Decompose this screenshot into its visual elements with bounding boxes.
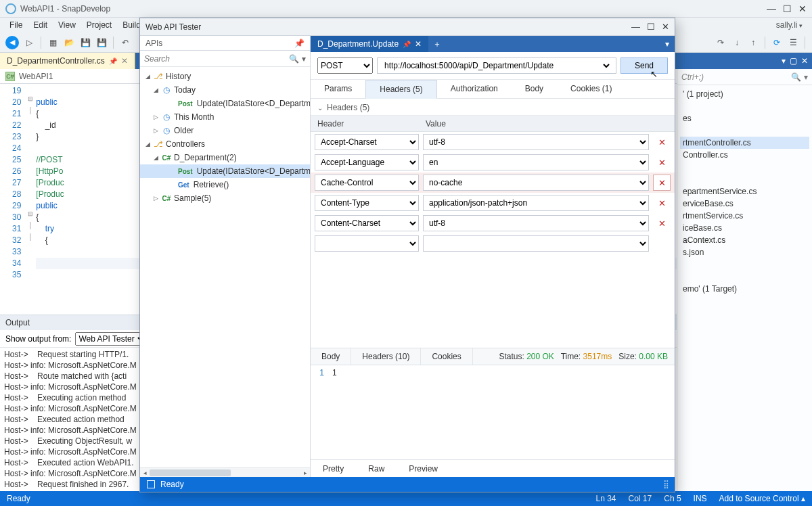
tree-sample[interactable]: ▷C#Sample(5) [140, 191, 310, 205]
solution-item[interactable] [680, 161, 809, 173]
apis-search-input[interactable] [144, 54, 289, 64]
header-value-select[interactable] [423, 235, 649, 252]
tab-headers[interactable]: Headers (5) [365, 80, 436, 99]
solution-item[interactable]: aContext.cs [680, 234, 809, 246]
solution-item[interactable] [680, 258, 809, 271]
chevron-down-icon[interactable]: ▾ [804, 72, 808, 82]
breadcrumb-item[interactable]: WebAPI1 [19, 72, 53, 81]
close-button[interactable]: ✕ [798, 3, 807, 14]
header-value-select[interactable]: en [423, 154, 649, 170]
close-tab-icon[interactable]: ✕ [121, 56, 128, 66]
solution-item[interactable]: Controller.cs [680, 149, 809, 161]
user-menu[interactable]: sally.li [776, 20, 807, 30]
menu-file[interactable]: File [5, 19, 26, 31]
scroll-right-icon[interactable]: ▸ [300, 468, 310, 478]
step-over-icon[interactable]: ↷ [715, 37, 727, 49]
delete-header-button[interactable]: ✕ [653, 154, 671, 170]
scroll-left-icon[interactable]: ◂ [140, 468, 150, 478]
solution-item[interactable]: iceBase.cs [680, 222, 809, 234]
tree-history[interactable]: ◢⎇History [140, 70, 310, 83]
nav-back-button[interactable]: ◀ [5, 36, 19, 49]
solution-item[interactable]: emo' (1 Target) [680, 283, 809, 295]
solution-item[interactable]: epartmentService.cs [680, 185, 809, 198]
apis-horizontal-scrollbar[interactable]: ◂ ▸ [140, 467, 310, 477]
save-all-icon[interactable]: 💾 [95, 37, 108, 49]
response-body[interactable]: 1 1 [311, 365, 675, 459]
save-icon[interactable]: 💾 [79, 37, 91, 49]
add-to-source-control-button[interactable]: Add to Source Control ▴ [719, 494, 805, 503]
header-name-select[interactable]: Accept-Language [315, 154, 419, 170]
resp-tab-headers[interactable]: Headers (10) [351, 348, 421, 365]
header-value-select[interactable]: no-cache [423, 175, 649, 191]
header-value-select[interactable]: utf-8 [423, 215, 649, 231]
refresh-icon[interactable]: ⟳ [771, 37, 783, 49]
chevron-down-icon[interactable]: ▾ [302, 54, 306, 64]
header-value-select[interactable]: application/json-patch+json [423, 195, 649, 211]
tree-department-retrieve[interactable]: GetRetrieve() [140, 178, 310, 191]
menu-edit[interactable]: Edit [29, 19, 51, 31]
tree-today-item[interactable]: PostUpdate(IDataStore<D_Departme [140, 97, 310, 110]
step-out-icon[interactable]: ↑ [747, 37, 759, 49]
apis-tree[interactable]: ◢⎇History ◢◷Today PostUpdate(IDataStore<… [140, 67, 310, 467]
tree-today[interactable]: ◢◷Today [140, 83, 310, 97]
scroll-thumb[interactable] [150, 469, 231, 476]
list-icon[interactable]: ☰ [787, 37, 799, 49]
document-tab[interactable]: D_DepartmentController.cs 📌 ✕ [0, 53, 135, 69]
step-into-icon[interactable]: ↓ [731, 37, 743, 49]
solution-item[interactable]: rtmentController.cs [680, 137, 809, 149]
open-folder-icon[interactable]: 📂 [63, 37, 75, 49]
tree-department-update[interactable]: PostUpdate(IDataStore<D_Departme [140, 164, 310, 178]
maximize-button[interactable]: ☐ [783, 3, 792, 14]
tree-department[interactable]: ◢C#D_Department(2) [140, 151, 310, 164]
delete-header-button[interactable]: ✕ [653, 215, 671, 231]
new-item-icon[interactable]: ▦ [47, 37, 59, 49]
solution-search[interactable]: Ctrl+;) 🔍 ▾ [677, 69, 812, 85]
solution-item[interactable]: erviceBase.cs [680, 198, 809, 210]
tester-minimize-button[interactable]: — [631, 22, 640, 32]
resize-grip-icon[interactable]: ⣿ [663, 480, 668, 489]
menu-project[interactable]: Project [83, 19, 116, 31]
http-method-select[interactable]: POST [317, 58, 373, 74]
header-value-select[interactable]: utf-8 [423, 134, 649, 150]
header-name-select[interactable] [315, 235, 419, 252]
tab-authorization[interactable]: Authorization [437, 80, 512, 98]
tree-controllers[interactable]: ◢⎇Controllers [140, 137, 310, 151]
tester-maximize-button[interactable]: ☐ [647, 22, 655, 32]
delete-header-button[interactable]: ✕ [653, 175, 671, 191]
header-name-select[interactable]: Content-Type [315, 195, 419, 211]
tab-body[interactable]: Body [512, 80, 557, 98]
apis-search[interactable]: 🔍 ▾ [140, 51, 310, 67]
url-select[interactable]: http://localhost:5000/api/D_Department/U… [382, 58, 612, 74]
tester-titlebar[interactable]: Web API Tester — ☐ ✕ [140, 18, 675, 36]
tester-close-button[interactable]: ✕ [662, 22, 669, 32]
add-tab-button[interactable]: ＋ [428, 36, 446, 52]
output-source-select[interactable]: Web API Tester [75, 332, 147, 346]
tree-this-month[interactable]: ▷◷This Month [140, 110, 310, 124]
headers-section-toggle[interactable]: ⌄ Headers (5) [311, 99, 675, 116]
view-pretty[interactable]: Pretty [311, 464, 356, 474]
delete-header-button[interactable]: ✕ [653, 134, 671, 150]
tab-overflow-icon[interactable]: ▾ [660, 36, 675, 52]
pin-icon[interactable]: 📌 [109, 58, 117, 65]
tab-overflow-icon[interactable]: ▾ [782, 56, 786, 66]
tab-params[interactable]: Params [311, 80, 365, 98]
menu-view[interactable]: View [54, 19, 80, 31]
solution-item[interactable]: es [680, 112, 809, 124]
solution-item[interactable] [680, 173, 809, 185]
resp-tab-body[interactable]: Body [311, 348, 351, 365]
delete-header-button[interactable]: ✕ [653, 195, 671, 211]
undo-icon[interactable]: ↶ [119, 37, 131, 49]
nav-forward-button[interactable]: ▷ [23, 37, 35, 49]
header-name-select[interactable]: Content-Charset [315, 215, 419, 231]
request-tab[interactable]: D_Department.Update 📌 ✕ [311, 36, 428, 52]
send-button[interactable]: Send ↖ [621, 58, 668, 74]
panel-close-icon[interactable]: ✕ [801, 56, 808, 66]
pin-icon[interactable]: 📌 [294, 39, 304, 48]
view-raw[interactable]: Raw [356, 464, 397, 474]
view-preview[interactable]: Preview [397, 464, 450, 474]
close-tab-icon[interactable]: ✕ [415, 39, 422, 49]
solution-item[interactable]: ' (1 project) [680, 88, 809, 100]
solution-item[interactable] [680, 100, 809, 112]
url-field[interactable]: http://localhost:5000/api/D_Department/U… [377, 58, 616, 74]
panel-maximize-icon[interactable]: ▢ [790, 56, 797, 66]
